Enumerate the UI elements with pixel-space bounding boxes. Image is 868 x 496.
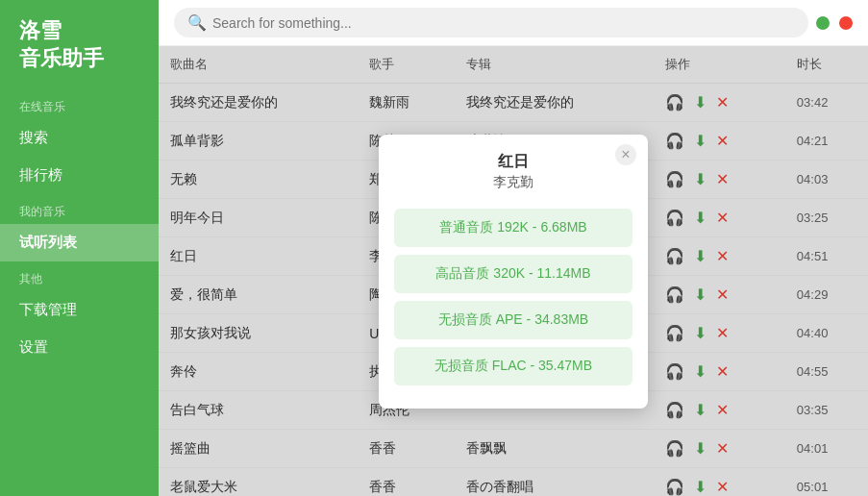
quality-option-lossless_flac[interactable]: 无损音质 FLAC - 35.47MB [394, 347, 632, 385]
modal-overlay: 红日 李克勤 × 普通音质 192K - 6.68MB高品音质 320K - 1… [159, 46, 868, 496]
modal-close-button[interactable]: × [615, 144, 636, 165]
section-label-online: 在线音乐 [0, 89, 159, 119]
close-button[interactable] [839, 16, 853, 30]
sidebar-item-playlist[interactable]: 试听列表 [0, 224, 159, 261]
quality-options: 普通音质 192K - 6.68MB高品音质 320K - 11.14MB无损音… [379, 209, 648, 385]
search-box[interactable]: 🔍 [174, 8, 808, 37]
sidebar-item-settings[interactable]: 设置 [0, 329, 159, 366]
sidebar-item-charts[interactable]: 排行榜 [0, 157, 159, 194]
quality-option-high[interactable]: 高品音质 320K - 11.14MB [394, 255, 632, 293]
section-label-other: 其他 [0, 261, 159, 291]
main-area: 🔍 歌曲名 歌手 专辑 操作 时长 我终究还是爱你的 魏新雨 我终究 [159, 0, 868, 496]
search-input[interactable] [212, 15, 795, 31]
modal-title: 红日 [394, 152, 632, 172]
sidebar: 洛雪 音乐助手 在线音乐 搜索 排行榜 我的音乐 试听列表 其他 下载管理 设置 [0, 0, 159, 496]
song-table-area: 歌曲名 歌手 专辑 操作 时长 我终究还是爱你的 魏新雨 我终究还是爱你的 🎧 … [159, 46, 868, 496]
section-label-my-music: 我的音乐 [0, 194, 159, 224]
topbar: 🔍 [159, 0, 868, 46]
sidebar-item-downloads[interactable]: 下载管理 [0, 291, 159, 329]
modal-header: 红日 李克勤 × [379, 135, 648, 201]
download-quality-modal: 红日 李克勤 × 普通音质 192K - 6.68MB高品音质 320K - 1… [379, 135, 648, 409]
quality-option-lossless_ape[interactable]: 无损音质 APE - 34.83MB [394, 301, 632, 339]
minimize-button[interactable] [816, 16, 830, 30]
quality-option-normal[interactable]: 普通音质 192K - 6.68MB [394, 209, 632, 247]
sidebar-item-search[interactable]: 搜索 [0, 119, 159, 157]
search-icon: 🔍 [187, 13, 207, 32]
app-logo: 洛雪 音乐助手 [0, 0, 159, 89]
modal-subtitle: 李克勤 [394, 174, 632, 191]
window-controls [816, 16, 853, 30]
